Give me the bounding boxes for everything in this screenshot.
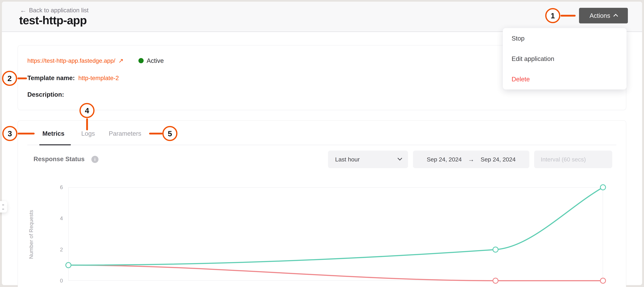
- response-status-chart: [68, 187, 603, 281]
- status-label: Active: [147, 57, 164, 64]
- status-dot-icon: [138, 58, 144, 63]
- date-from: Sep 24, 2024: [427, 156, 462, 163]
- actions-dropdown-menu: Stop Edit application Delete: [503, 28, 627, 90]
- template-row: Template name: http-template-2: [27, 74, 119, 82]
- interval-input[interactable]: Interval (60 secs): [534, 151, 612, 168]
- interval-placeholder: Interval (60 secs): [541, 156, 586, 163]
- data-point-marker: [493, 278, 498, 283]
- drag-dash-icon: [2, 208, 4, 210]
- app-url-text: https://test-http-app.fastedge.app/: [27, 57, 115, 64]
- back-link-label: Back to application list: [29, 7, 88, 14]
- date-to: Sep 24, 2024: [481, 156, 516, 163]
- actions-button-label: Actions: [590, 12, 610, 19]
- external-link-icon: ↗: [118, 57, 124, 64]
- chevron-up-icon: [613, 14, 618, 19]
- y-axis-ticks: 6420: [45, 187, 63, 281]
- y-tick-label: 2: [45, 246, 63, 253]
- chart-line-series-teal: [68, 187, 603, 265]
- menu-item-stop[interactable]: Stop: [503, 28, 626, 49]
- status-badge: Active: [138, 57, 164, 64]
- chart-title: Response Status: [34, 155, 84, 163]
- callout-4-line: [86, 118, 88, 130]
- actions-button[interactable]: Actions: [579, 8, 628, 24]
- back-to-list-link[interactable]: ← Back to application list: [20, 7, 88, 14]
- callout-4: 4: [80, 103, 94, 118]
- data-point-marker: [600, 278, 606, 283]
- data-point-marker: [66, 262, 71, 268]
- template-name-label: Template name:: [27, 74, 75, 82]
- callout-5-line: [149, 133, 163, 134]
- data-point-marker: [493, 247, 498, 252]
- y-tick-label: 0: [45, 277, 63, 284]
- tab-underline-track: [27, 145, 616, 145]
- callout-3-line: [18, 133, 34, 134]
- tab-parameters[interactable]: Parameters: [109, 130, 141, 137]
- callout-1-line: [560, 15, 576, 17]
- drag-dash-icon: [2, 204, 4, 205]
- tab-logs[interactable]: Logs: [81, 130, 95, 137]
- chevron-down-icon: [398, 156, 402, 161]
- date-range-arrow-icon: →: [468, 156, 474, 163]
- menu-item-edit-application[interactable]: Edit application: [503, 49, 626, 69]
- y-axis-label: Number of Requests: [28, 210, 34, 259]
- description-row: Description:: [27, 91, 64, 98]
- tab-metrics[interactable]: Metrics: [42, 130, 64, 137]
- callout-5: 5: [162, 126, 178, 141]
- template-name-link[interactable]: http-template-2: [78, 75, 119, 82]
- callout-1: 1: [545, 8, 560, 23]
- info-icon[interactable]: i: [91, 156, 98, 163]
- menu-item-delete[interactable]: Delete: [503, 69, 626, 89]
- edge-drag-handle[interactable]: [0, 201, 7, 212]
- callout-3: 3: [2, 126, 17, 141]
- app-url-link[interactable]: https://test-http-app.fastedge.app/ ↗: [27, 57, 124, 64]
- description-label: Description:: [27, 91, 64, 98]
- chart-line-series-red: [68, 265, 603, 281]
- data-point-marker: [600, 185, 606, 190]
- callout-2: 2: [2, 71, 17, 86]
- time-range-value: Last hour: [335, 156, 360, 163]
- back-arrow-icon: ←: [20, 7, 26, 14]
- page-title: test-http-app: [19, 14, 87, 27]
- y-tick-label: 4: [45, 215, 63, 222]
- date-range-picker[interactable]: Sep 24, 2024 → Sep 24, 2024: [413, 151, 529, 168]
- time-range-select[interactable]: Last hour: [328, 151, 408, 168]
- tab-active-indicator: [39, 144, 71, 145]
- callout-2-line: [17, 78, 27, 79]
- y-tick-label: 6: [45, 184, 63, 191]
